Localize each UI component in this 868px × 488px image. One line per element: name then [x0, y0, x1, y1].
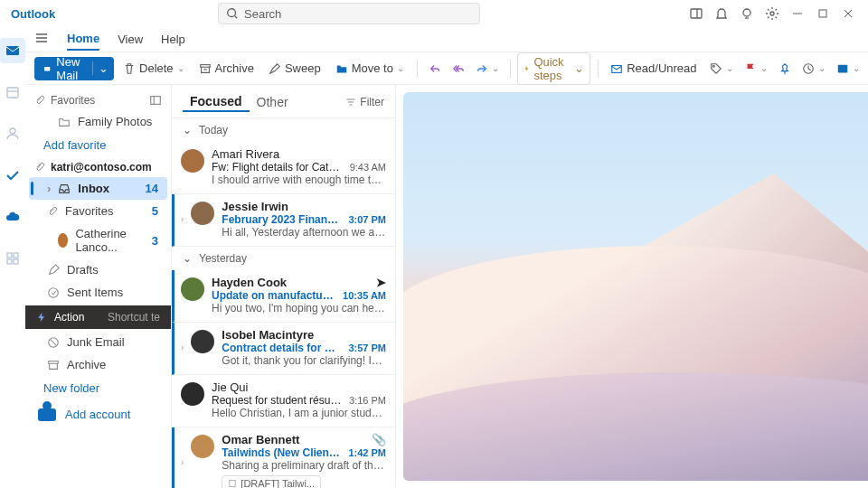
folder-move-icon	[335, 62, 348, 75]
message-item[interactable]: › Omar Bennett📎 Tailwinds (New Client) C…	[172, 427, 395, 488]
folder-sent[interactable]: Sent Items	[29, 281, 167, 304]
hamburger-icon[interactable]	[34, 31, 49, 48]
flag-button[interactable]: ⌄	[741, 60, 771, 78]
add-account-button[interactable]: Add account	[25, 400, 171, 428]
rules-button[interactable]: ⌄	[833, 60, 863, 78]
folder-archive[interactable]: Archive	[29, 353, 167, 376]
chevron-down-icon: ⌄	[183, 252, 192, 265]
sent-icon	[47, 286, 60, 299]
pin-icon	[778, 62, 791, 75]
folder-catherine[interactable]: Catherine Lanco... 3	[29, 222, 167, 258]
folder-favorites[interactable]: Favorites 5	[29, 200, 167, 222]
move-to-button[interactable]: Move to⌄	[330, 59, 410, 78]
draft-chip[interactable]: [DRAFT] Tailwi...	[222, 475, 321, 488]
svg-rect-17	[7, 259, 12, 264]
message-item[interactable]: Amari Rivera Fw: Flight details for Cath…	[172, 142, 395, 194]
reply-button[interactable]	[425, 60, 445, 78]
junk-icon	[47, 336, 60, 349]
message-item[interactable]: › Jessie Irwin February 2023 Financial R…	[172, 194, 395, 247]
folder-drafts[interactable]: Drafts	[29, 258, 167, 281]
svg-rect-22	[44, 66, 50, 70]
rail-mail-icon[interactable]	[0, 38, 25, 63]
tab-focused[interactable]: Focused	[183, 92, 250, 112]
message-item[interactable]: Jie Qui Request for student résumé revie…	[172, 375, 395, 427]
person-icon	[38, 408, 56, 421]
menubar: Home View Help	[25, 27, 868, 52]
panel-toggle-icon[interactable]	[149, 94, 162, 107]
rail-cloud-icon[interactable]	[0, 204, 25, 230]
lightbulb-icon[interactable]	[734, 1, 760, 26]
filter-button[interactable]: Filter	[345, 96, 384, 108]
tab-other[interactable]: Other	[250, 93, 296, 111]
avatar	[181, 382, 204, 406]
add-favorite-link[interactable]: Add favorite	[25, 133, 171, 157]
quick-steps-button[interactable]: Quick steps⌄	[517, 52, 590, 85]
tag-button[interactable]: ⌄	[706, 60, 737, 78]
reply-all-button[interactable]	[448, 60, 468, 78]
menu-home[interactable]: Home	[67, 28, 99, 51]
archive-button[interactable]: Archive	[193, 59, 259, 78]
chevron-down-icon[interactable]: ⌄	[92, 61, 108, 75]
attachment-icon: 📎	[372, 433, 386, 446]
folder-inbox[interactable]: › Inbox 14	[29, 177, 167, 200]
envelope-icon	[610, 62, 623, 75]
mail-icon	[43, 62, 51, 75]
svg-rect-12	[7, 88, 18, 98]
notification-icon[interactable]	[709, 1, 734, 26]
rail-calendar-icon[interactable]	[0, 80, 25, 105]
forward-button[interactable]: ⌄	[472, 60, 503, 78]
new-folder-link[interactable]: New folder	[25, 376, 171, 400]
avatar	[191, 202, 214, 225]
toolbar: New Mail ⌄ Delete⌄ Archive Sweep Move to…	[25, 52, 868, 85]
background-image	[403, 92, 868, 481]
folder-junk[interactable]: Junk Email	[29, 331, 167, 353]
svg-rect-41	[230, 480, 235, 487]
menu-help[interactable]: Help	[161, 29, 185, 50]
chevron-right-icon[interactable]: ›	[181, 343, 184, 352]
svg-rect-27	[837, 64, 847, 72]
snooze-button[interactable]: ⌄	[798, 60, 829, 78]
sweep-button[interactable]: Sweep	[263, 59, 326, 78]
cursor-icon: ➤	[376, 276, 386, 289]
rail-apps-icon[interactable]	[0, 246, 25, 271]
reading-pane	[396, 85, 868, 488]
rail-people-icon[interactable]	[0, 121, 25, 146]
favorites-header[interactable]: Favorites	[25, 90, 171, 110]
trash-icon	[123, 62, 136, 75]
action-bar[interactable]: Action Shortcut te	[25, 305, 171, 329]
svg-rect-15	[7, 253, 12, 258]
sweep-icon	[269, 62, 281, 75]
archive-icon	[199, 62, 212, 75]
pin-button[interactable]	[775, 60, 795, 78]
tag-icon	[710, 62, 722, 75]
message-item[interactable]: › Isobel Macintyre Contract details for …	[172, 323, 395, 375]
new-mail-button[interactable]: New Mail ⌄	[34, 57, 114, 80]
menu-view[interactable]: View	[118, 29, 143, 50]
date-group-yesterday[interactable]: ⌄Yesterday	[172, 247, 395, 270]
search-input[interactable]: Search	[218, 3, 480, 24]
clock-icon	[802, 62, 815, 75]
account-header[interactable]: katri@contoso.com	[25, 157, 171, 177]
reply-icon	[429, 62, 441, 75]
message-item[interactable]: Hayden Cook➤ Update on manufacturing pla…	[172, 270, 395, 323]
folder-family-photos[interactable]: Family Photos	[29, 110, 167, 133]
avatar	[191, 330, 214, 353]
svg-rect-11	[6, 46, 19, 55]
rail-todo-icon[interactable]	[0, 163, 25, 188]
maximize-icon[interactable]	[810, 1, 835, 26]
delete-button[interactable]: Delete⌄	[118, 59, 190, 78]
minimize-icon[interactable]	[785, 1, 810, 26]
svg-point-0	[228, 9, 236, 17]
chevron-down-icon: ⌄	[183, 124, 192, 136]
close-icon[interactable]	[835, 1, 861, 26]
bolt-icon	[36, 312, 47, 323]
svg-point-14	[10, 128, 15, 134]
chevron-right-icon[interactable]: ›	[181, 457, 184, 467]
date-group-today[interactable]: ⌄Today	[172, 118, 395, 142]
svg-rect-2	[691, 9, 702, 18]
settings-icon[interactable]	[760, 1, 785, 26]
chevron-right-icon[interactable]: ›	[181, 214, 184, 224]
panel-icon[interactable]	[684, 1, 709, 26]
read-unread-button[interactable]: Read/Unread	[605, 59, 702, 78]
reply-all-icon	[452, 62, 465, 75]
